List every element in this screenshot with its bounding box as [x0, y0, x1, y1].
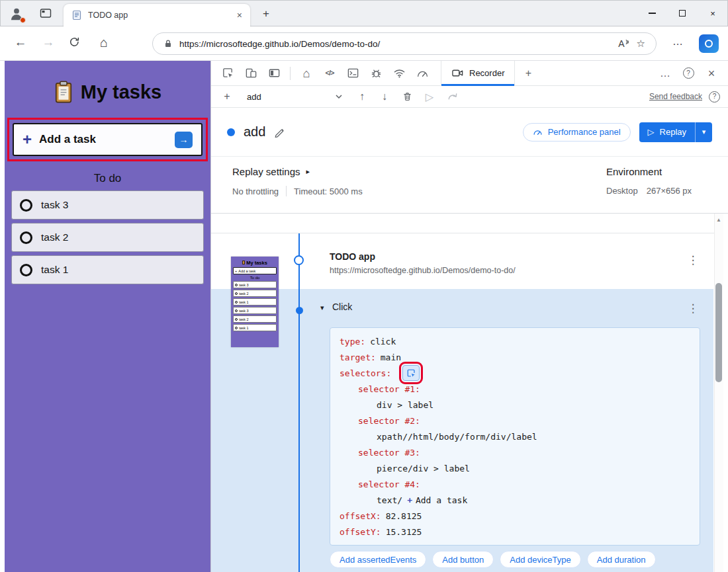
thumbnail-task-row: task 1: [233, 324, 277, 331]
selector-picker-button[interactable]: [402, 365, 420, 381]
add-task-button[interactable]: + Add a task →: [13, 123, 203, 156]
code-line: selector #3:: [340, 444, 690, 460]
step-attribute-buttons: Add assertedEvents Add button Add device…: [330, 551, 656, 568]
step-title[interactable]: Click: [332, 302, 352, 312]
tab-close-button[interactable]: ×: [237, 10, 242, 20]
recording-select[interactable]: add: [242, 90, 347, 104]
export-recording-button[interactable]: ↑: [354, 91, 370, 102]
new-tab-button[interactable]: +: [258, 6, 274, 22]
clipboard-icon: [54, 81, 73, 104]
performance-panel-button[interactable]: Performance panel: [523, 123, 631, 142]
devtools-close-button[interactable]: ×: [702, 63, 721, 83]
replay-dropdown-button[interactable]: ▾: [695, 122, 712, 142]
send-feedback-link[interactable]: Send feedback: [649, 92, 702, 101]
inspect-element-button[interactable]: [218, 63, 238, 83]
minimize-button[interactable]: [637, 0, 667, 26]
step-thumbnail[interactable]: My tasks + Add a task To do task 3 task …: [231, 257, 279, 347]
create-recording-button[interactable]: +: [219, 91, 235, 102]
step-menu-button[interactable]: ⋮: [686, 253, 700, 267]
code-line: text/+Add a task: [340, 492, 690, 508]
pencil-icon[interactable]: [274, 126, 285, 138]
throttling-value: No throttling: [232, 186, 279, 196]
scrollbar-thumb[interactable]: [715, 283, 722, 382]
add-task-label: Add a task: [39, 133, 167, 146]
add-assertedevents-button[interactable]: Add assertedEvents: [330, 551, 426, 568]
more-panels-button[interactable]: +: [518, 63, 538, 83]
delete-recording-button[interactable]: [399, 91, 415, 102]
code-line: selector #2:: [340, 413, 690, 429]
tab-actions-button[interactable]: [38, 7, 53, 20]
import-recording-button[interactable]: ↓: [377, 91, 392, 102]
maximize-icon: [679, 10, 686, 17]
lock-icon: [163, 39, 173, 48]
performance-tab[interactable]: [412, 63, 432, 83]
dock-side-button[interactable]: [264, 63, 284, 83]
clipboard-icon: [242, 261, 245, 265]
environment-label: Environment: [606, 166, 662, 177]
console-icon: [347, 67, 359, 79]
caret-down-icon: ▾: [702, 128, 706, 136]
back-button[interactable]: ←: [12, 35, 29, 50]
add-button-button[interactable]: Add button: [432, 551, 494, 568]
gauge-icon: [533, 127, 543, 137]
devtools-help-button[interactable]: ?: [678, 63, 698, 83]
window-controls: ×: [637, 0, 728, 26]
close-icon: ×: [708, 67, 715, 79]
toolbar-divider: [290, 67, 291, 80]
radio-circle-icon[interactable]: [20, 199, 32, 212]
recorder-help-button[interactable]: ?: [709, 91, 720, 102]
browser-tab[interactable]: TODO app ×: [64, 4, 250, 26]
network-tab[interactable]: [389, 63, 409, 83]
code-line: selector #1:: [340, 381, 690, 397]
refresh-button[interactable]: [69, 36, 86, 48]
favorites-button[interactable]: ☆: [637, 38, 645, 50]
thumbnail-task-row: task 3: [233, 307, 277, 314]
thumbnail-todo-heading: To do: [232, 276, 277, 280]
replay-toolbar-button[interactable]: ▷: [422, 91, 437, 103]
recorder-tab[interactable]: Recorder: [441, 61, 515, 86]
forward-button[interactable]: →: [40, 35, 57, 50]
console-tab[interactable]: [343, 63, 363, 83]
submit-task-button[interactable]: →: [175, 132, 193, 148]
task-item[interactable]: task 1: [11, 255, 204, 284]
steps-scrollbar[interactable]: [714, 214, 723, 572]
radio-circle-icon[interactable]: [20, 231, 32, 244]
step-menu-button[interactable]: ⋮: [686, 302, 700, 315]
thumbnail-task-row: task 2: [233, 315, 277, 323]
step-disclosure-icon[interactable]: ▾: [320, 304, 324, 312]
task-item[interactable]: task 2: [11, 223, 204, 252]
code-line: type:click: [340, 333, 690, 349]
resume-button[interactable]: [444, 91, 460, 102]
step-title[interactable]: TODO app: [330, 251, 375, 262]
profile-button[interactable]: [8, 5, 25, 22]
maximize-button[interactable]: [667, 0, 698, 26]
add-devicetype-button[interactable]: Add deviceType: [500, 551, 581, 568]
performance-panel-label: Performance panel: [548, 127, 621, 137]
radio-circle-icon[interactable]: [20, 264, 32, 276]
read-aloud-button[interactable]: A: [618, 38, 629, 49]
app-title-text: My tasks: [81, 81, 162, 103]
question-icon: ?: [683, 67, 694, 79]
devtools-more-button[interactable]: …: [655, 63, 675, 83]
replay-split-button: ▷ Replay ▾: [639, 122, 712, 142]
address-bar[interactable]: https://microsoftedge.github.io/Demos/de…: [152, 32, 657, 55]
redo-icon: [447, 91, 458, 102]
copilot-button[interactable]: [699, 34, 719, 53]
close-button[interactable]: ×: [698, 0, 728, 26]
welcome-tab[interactable]: ⌂: [296, 63, 316, 83]
device-emulation-button[interactable]: [241, 63, 261, 83]
elements-tab[interactable]: </>: [320, 63, 340, 83]
radio-circle-icon: [235, 301, 238, 304]
add-duration-button[interactable]: Add duration: [587, 551, 656, 568]
replay-button[interactable]: ▷ Replay: [639, 122, 695, 142]
replay-settings-toggle[interactable]: Replay settings ▸: [232, 166, 310, 177]
settings-button[interactable]: …: [672, 36, 684, 48]
steps-divider: [211, 233, 714, 233]
issues-tab[interactable]: [366, 63, 386, 83]
page-favicon: [71, 10, 82, 20]
summary-divider: [286, 186, 287, 196]
scroll-up-button[interactable]: ▲: [714, 216, 723, 225]
task-item[interactable]: task 3: [11, 190, 204, 220]
home-button[interactable]: ⌂: [95, 35, 113, 50]
code-icon: </>: [326, 69, 334, 77]
